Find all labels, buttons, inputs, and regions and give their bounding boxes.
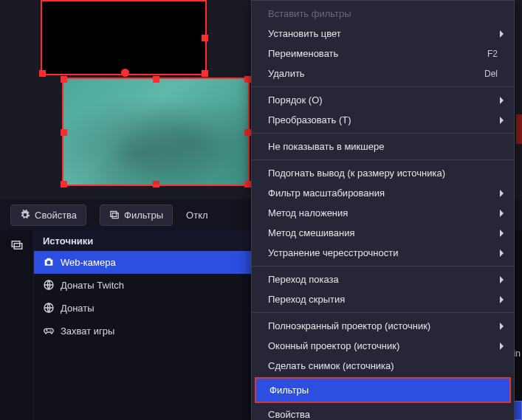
menu-item-label: Свойства <box>268 409 310 420</box>
chevron-right-icon <box>500 190 504 197</box>
menu-item-label: Оконный проектор (источник) <box>268 340 399 351</box>
menu-item[interactable]: Устранение чересстрочности <box>252 243 514 263</box>
source-box-black[interactable] <box>41 0 207 75</box>
red-indicator <box>516 114 522 144</box>
chevron-right-icon <box>500 30 504 38</box>
menu-item-label: Подогнать вывод (к размеру источника) <box>268 168 445 179</box>
layers-icon <box>109 210 120 220</box>
properties-button[interactable]: Свойства <box>10 204 86 226</box>
menu-item-label: Метод смешивания <box>268 227 355 238</box>
source-box-webcam[interactable] <box>62 78 250 186</box>
chevron-right-icon <box>500 97 504 104</box>
globe-icon <box>43 302 55 314</box>
menu-separator <box>252 266 514 266</box>
chevron-right-icon <box>500 117 504 124</box>
menu-item[interactable]: УдалитьDel <box>252 63 514 83</box>
menu-item[interactable]: Преобразовать (T) <box>252 110 514 130</box>
camera-icon <box>43 256 55 268</box>
menu-item[interactable]: Фильтры <box>255 377 511 403</box>
menu-item-label: Установить цвет <box>268 28 341 39</box>
menu-item[interactable]: Подогнать вывод (к размеру источника) <box>252 163 514 183</box>
chevron-right-icon <box>500 342 504 350</box>
menu-item[interactable]: Полноэкранный проектор (источник) <box>252 316 514 336</box>
menu-item[interactable]: Установить цвет <box>252 24 514 44</box>
chevron-right-icon <box>500 210 504 217</box>
resize-handle[interactable] <box>153 76 159 83</box>
menu-item[interactable]: Переход показа <box>252 269 514 289</box>
resize-handle[interactable] <box>244 129 251 136</box>
chevron-right-icon <box>500 276 504 283</box>
properties-label: Свойства <box>35 210 77 221</box>
menu-item-label: Фильтры <box>269 385 309 396</box>
gamepad-icon <box>43 325 55 337</box>
source-item-label: Захват игры <box>61 326 114 337</box>
globe-icon <box>43 279 55 291</box>
resize-handle[interactable] <box>202 70 208 77</box>
chevron-right-icon <box>500 249 504 257</box>
filters-label: Фильтры <box>124 210 163 221</box>
resize-handle[interactable] <box>202 35 208 41</box>
menu-item-label: Переход показа <box>268 274 339 285</box>
menu-item-label: Фильтр масштабирования <box>268 187 385 199</box>
menu-item-label: Переименовать <box>268 48 338 59</box>
source-item-label: Web-камера <box>61 257 116 268</box>
menu-item[interactable]: ПереименоватьF2 <box>252 44 514 63</box>
gear-icon <box>20 210 30 220</box>
menu-item[interactable]: Свойства <box>252 404 514 420</box>
menu-item-label: Сделать снимок (источника) <box>268 360 394 371</box>
filters-button[interactable]: Фильтры <box>100 204 173 226</box>
panel-tabs <box>0 230 34 420</box>
menu-shortcut: F2 <box>487 49 498 59</box>
menu-item-label: Преобразовать (T) <box>268 114 351 125</box>
menu-shortcut: Del <box>484 69 498 79</box>
menu-item-label: Порядок (O) <box>268 94 323 106</box>
resize-handle[interactable] <box>153 181 159 187</box>
menu-item[interactable]: Метод смешивания <box>252 223 514 243</box>
menu-item[interactable]: Метод наложения <box>252 203 514 223</box>
menu-item-label: Переход скрытия <box>268 294 345 305</box>
disable-button-partial[interactable]: Откл <box>186 210 208 221</box>
source-item-label: Донаты <box>61 303 95 314</box>
resize-handle[interactable] <box>61 129 67 136</box>
menu-item: Вставить фильтры <box>252 4 514 24</box>
resize-handle[interactable] <box>61 76 67 83</box>
menu-separator <box>252 133 514 134</box>
menu-item[interactable]: Порядок (O) <box>252 90 514 110</box>
chevron-right-icon <box>500 230 504 237</box>
menu-separator <box>252 312 514 313</box>
right-edge-hint: in <box>514 348 521 359</box>
menu-item-label: Удалить <box>268 68 305 79</box>
chevron-right-icon <box>500 323 504 330</box>
menu-item-label: Полноэкранный проектор (источник) <box>268 320 430 331</box>
menu-separator <box>252 159 514 160</box>
resize-handle[interactable] <box>244 76 251 83</box>
chevron-right-icon <box>500 296 504 303</box>
menu-item[interactable]: Сделать снимок (источника) <box>252 356 514 376</box>
menu-item[interactable]: Не показывать в микшере <box>252 137 514 156</box>
menu-item[interactable]: Фильтр масштабирования <box>252 183 514 203</box>
menu-item-label: Устранение чересстрочности <box>268 247 398 258</box>
resize-handle[interactable] <box>61 181 67 187</box>
menu-item-label: Метод наложения <box>268 207 348 218</box>
resize-handle[interactable] <box>39 70 46 77</box>
resize-handle[interactable] <box>121 69 129 77</box>
menu-item-label: Вставить фильтры <box>268 8 351 19</box>
context-menu: Вставить фильтрыУстановить цветПереимено… <box>251 0 515 420</box>
source-item-label: Донаты Twitch <box>61 280 124 291</box>
menu-separator <box>252 86 514 87</box>
menu-item[interactable]: Переход скрытия <box>252 289 514 309</box>
scenes-tab-icon[interactable] <box>10 238 24 252</box>
resize-handle[interactable] <box>244 181 251 187</box>
menu-item-label: Не показывать в микшере <box>268 141 384 152</box>
menu-item[interactable]: Оконный проектор (источник) <box>252 336 514 356</box>
